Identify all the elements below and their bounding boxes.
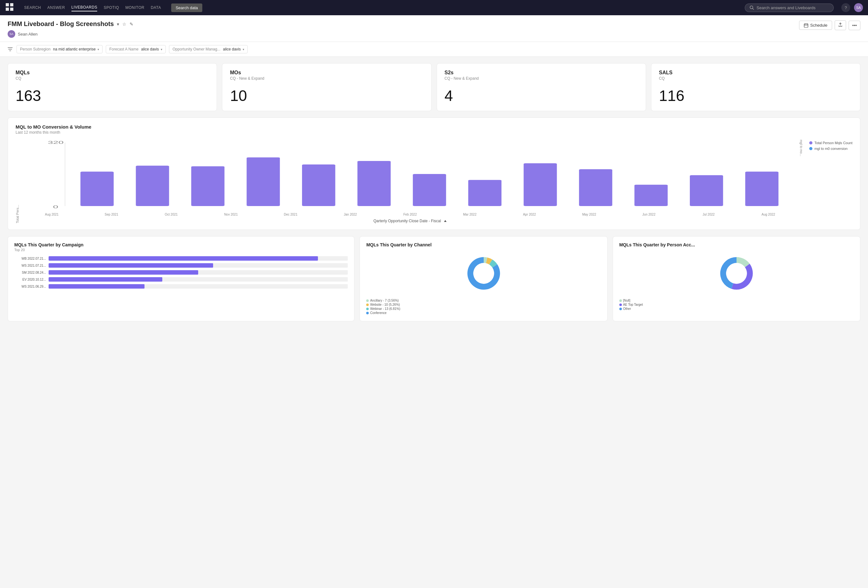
pie-legend-dot-icon: [619, 299, 622, 302]
kpi-subtitle: CQ: [659, 76, 852, 81]
pie-legend-label: Webinar - 13 (6.81%): [370, 307, 400, 311]
bar-chart-subtitle: Last 12 months this month: [16, 130, 852, 135]
hbar-track: [49, 256, 348, 261]
donut-center: [726, 263, 747, 283]
bar-12[interactable]: [745, 172, 778, 206]
kpi-value: 116: [659, 87, 852, 105]
search-data-button[interactable]: Search data: [171, 3, 202, 12]
pie-legend-label: Other: [623, 307, 631, 311]
kpi-subtitle: CQ: [16, 76, 209, 81]
hbar-fill: [49, 256, 318, 261]
pie-legend-item: Webinar - 13 (6.81%): [366, 307, 601, 311]
bar-10[interactable]: [635, 185, 668, 206]
pie-legend-item: [Null]: [619, 299, 854, 302]
pie-legend-label: Conference: [370, 311, 387, 315]
bottom-card-2: MQLs This Quarter by Person Acc... [Null…: [613, 236, 861, 321]
chevron-down-icon: ▾: [243, 48, 244, 51]
bar-0[interactable]: [80, 172, 114, 206]
x-axis-label: Sep 2021: [82, 213, 141, 216]
hbar-label: WS 2021.07.21...: [14, 264, 46, 267]
bar-4[interactable]: [302, 165, 335, 206]
nav-item-monitor[interactable]: MONITOR: [125, 4, 145, 11]
kpi-subtitle: CQ - New & Expand: [444, 76, 638, 81]
kpi-card-3: SALS CQ 116: [651, 63, 861, 111]
bottom-card-0: MQLs This Quarter by CampaignTop 20 WB 2…: [7, 236, 354, 321]
bar-1[interactable]: [136, 166, 169, 206]
dropdown-icon[interactable]: ▾: [117, 22, 119, 27]
hbar-row: SM 2022.08.24...: [14, 270, 348, 275]
pie-legend-dot-icon: [366, 304, 369, 306]
navbar: SEARCHANSWERLIVEBOARDSSPOTIQMONITORDATA …: [0, 0, 868, 15]
kpi-card-0: MQLs CQ 163: [7, 63, 217, 111]
kpi-card-1: MOs CQ - New & Expand 10: [222, 63, 431, 111]
sort-arrow-icon[interactable]: [444, 220, 447, 222]
kpi-title: S2s: [444, 70, 638, 75]
hbar-track: [49, 284, 348, 289]
x-axis-label: Feb 2022: [380, 213, 440, 216]
bar-8[interactable]: [524, 163, 557, 206]
filter-value: alice davis: [223, 47, 241, 52]
filter-chip-1[interactable]: Forecast A Namealice davis▾: [106, 45, 166, 53]
pie-legend-item: Conference: [366, 311, 601, 315]
schedule-button[interactable]: Schedule: [799, 21, 832, 30]
hbar-label: WS 2021.06.29...: [14, 285, 46, 288]
bar-6[interactable]: [413, 174, 446, 206]
filter-value: alice davis: [141, 47, 159, 52]
bar-11[interactable]: [690, 175, 723, 206]
bar-3[interactable]: [247, 158, 280, 206]
nav-item-liveboards[interactable]: LIVEBOARDS: [71, 4, 97, 12]
pie-legend-dot-icon: [366, 308, 369, 310]
y-axis-label: Total Pers...: [16, 140, 19, 223]
kpi-subtitle: CQ - New & Expand: [230, 76, 424, 81]
x-axis-label: May 2022: [559, 213, 619, 216]
more-button[interactable]: •••: [849, 21, 861, 30]
logo-icon[interactable]: [5, 3, 14, 13]
share-icon: [838, 22, 843, 27]
legend-label: Total Person Mqls Count: [814, 141, 852, 145]
nav-right: ? SA: [841, 3, 863, 12]
edit-icon[interactable]: ✎: [130, 22, 133, 27]
hbar-track: [49, 277, 348, 281]
star-icon[interactable]: ☆: [122, 22, 126, 27]
donut-chart: [462, 251, 506, 296]
bar-5[interactable]: [357, 161, 391, 206]
hbar-fill: [49, 270, 198, 275]
kpi-title: MQLs: [16, 70, 209, 75]
kpi-title: MOs: [230, 70, 424, 75]
chart-x-axis: Aug 2021Sep 2021Oct 2021Nov 2021Dec 2021…: [22, 211, 798, 216]
search-bar[interactable]: Search answers and Liveboards: [745, 3, 834, 12]
x-axis-label: Apr 2022: [500, 213, 559, 216]
nav-item-spotiq[interactable]: SPOTIQ: [103, 4, 119, 11]
x-axis-label: Oct 2021: [141, 213, 201, 216]
user-avatar[interactable]: SA: [854, 3, 863, 12]
bar-chart-card: MQL to MO Conversion & Volume Last 12 mo…: [7, 118, 861, 230]
nav-item-answer[interactable]: ANSWER: [47, 4, 65, 11]
share-button[interactable]: [835, 20, 846, 30]
hbar-label: WB 2022.07.21...: [14, 257, 46, 260]
nav-item-data[interactable]: DATA: [151, 4, 161, 11]
nav-item-search[interactable]: SEARCH: [24, 4, 41, 11]
svg-rect-1: [10, 3, 13, 6]
chart-legend: Total Person Mqls Countmgl to m0 convers…: [809, 140, 852, 223]
hbar-container: WB 2022.07.21... WS 2021.07.21... SM 202…: [14, 256, 348, 289]
chevron-down-icon: ▾: [97, 48, 99, 51]
bar-7[interactable]: [468, 180, 502, 206]
page-header: FMM Liveboard - Blog Screenshots ▾ ☆ ✎ S…: [0, 15, 868, 42]
bar-9[interactable]: [579, 169, 612, 206]
filter-value: na mid atlantic enterprise: [53, 47, 96, 52]
pie-legend-item: Ancillary - 7 (3.56%): [366, 299, 601, 302]
help-button[interactable]: ?: [841, 3, 850, 12]
author-avatar: SA: [7, 30, 15, 38]
filter-chip-0[interactable]: Person Subregionna mid atlantic enterpri…: [16, 45, 103, 53]
x-axis-label: Dec 2021: [261, 213, 320, 216]
filter-icon: [7, 47, 13, 52]
pie-legend-label: Ancillary - 7 (3.56%): [370, 299, 399, 302]
bar-chart-title: MQL to MO Conversion & Volume: [16, 124, 852, 130]
x-axis-title: Qarterly Opportunity Close Date - Fiscal: [22, 219, 798, 223]
bar-2[interactable]: [191, 167, 224, 206]
svg-rect-6: [804, 24, 808, 27]
main-content: MQLs CQ 163 MOs CQ - New & Expand 10 S2s…: [0, 57, 868, 328]
filter-chip-2[interactable]: Opportunity Owner Manag...alice davis▾: [169, 45, 248, 53]
x-axis-label: Jul 2022: [679, 213, 738, 216]
x-axis-label: Jan 2022: [320, 213, 380, 216]
